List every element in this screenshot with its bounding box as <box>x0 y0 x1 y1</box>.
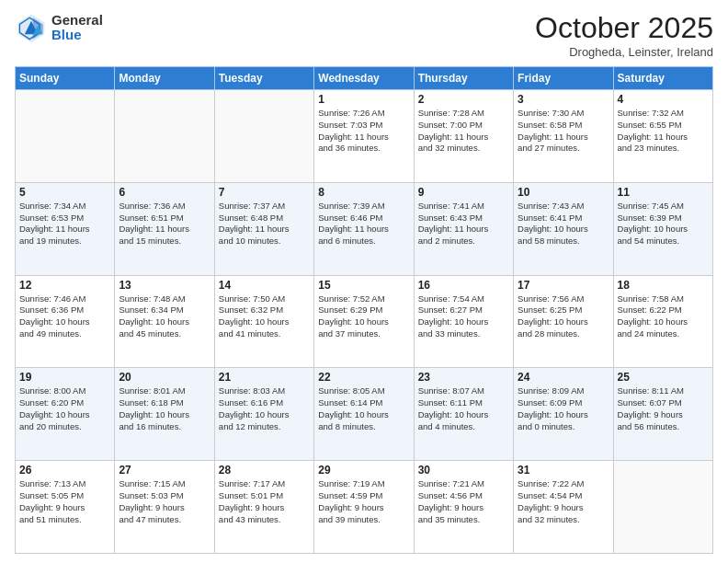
day-number: 8 <box>318 186 409 199</box>
table-row: 23Sunrise: 8:07 AM Sunset: 6:11 PM Dayli… <box>414 368 513 461</box>
table-row: 8Sunrise: 7:39 AM Sunset: 6:46 PM Daylig… <box>314 182 414 275</box>
day-detail: Sunrise: 7:52 AM Sunset: 6:29 PM Dayligh… <box>318 293 409 340</box>
col-monday: Monday <box>115 67 214 90</box>
day-detail: Sunrise: 7:26 AM Sunset: 7:03 PM Dayligh… <box>318 108 409 155</box>
day-detail: Sunrise: 8:11 AM Sunset: 6:07 PM Dayligh… <box>618 385 709 432</box>
day-detail: Sunrise: 7:46 AM Sunset: 6:36 PM Dayligh… <box>19 293 110 340</box>
day-detail: Sunrise: 7:43 AM Sunset: 6:41 PM Dayligh… <box>518 201 609 247</box>
table-row: 7Sunrise: 7:37 AM Sunset: 6:48 PM Daylig… <box>214 182 313 275</box>
table-row: 25Sunrise: 8:11 AM Sunset: 6:07 PM Dayli… <box>613 368 712 461</box>
table-row: 21Sunrise: 8:03 AM Sunset: 6:16 PM Dayli… <box>214 368 313 461</box>
location-subtitle: Drogheda, Leinster, Ireland <box>535 45 713 59</box>
table-row: 29Sunrise: 7:19 AM Sunset: 4:59 PM Dayli… <box>314 461 414 554</box>
table-row: 15Sunrise: 7:52 AM Sunset: 6:29 PM Dayli… <box>314 275 414 368</box>
day-number: 6 <box>119 186 210 199</box>
day-number: 21 <box>219 371 310 384</box>
page: General Blue October 2025 Drogheda, Lein… <box>0 0 728 563</box>
day-detail: Sunrise: 7:22 AM Sunset: 4:54 PM Dayligh… <box>518 478 609 525</box>
table-row: 16Sunrise: 7:54 AM Sunset: 6:27 PM Dayli… <box>414 275 513 368</box>
day-number: 3 <box>518 93 609 106</box>
logo-text: General Blue <box>51 13 103 43</box>
day-number: 10 <box>518 186 609 199</box>
day-detail: Sunrise: 8:01 AM Sunset: 6:18 PM Dayligh… <box>119 385 210 432</box>
table-row: 13Sunrise: 7:48 AM Sunset: 6:34 PM Dayli… <box>115 275 214 368</box>
day-number: 15 <box>318 279 409 292</box>
day-detail: Sunrise: 7:48 AM Sunset: 6:34 PM Dayligh… <box>119 293 210 340</box>
day-number: 23 <box>418 371 509 384</box>
day-detail: Sunrise: 7:30 AM Sunset: 6:58 PM Dayligh… <box>518 108 609 155</box>
day-detail: Sunrise: 8:09 AM Sunset: 6:09 PM Dayligh… <box>518 385 609 432</box>
table-row: 30Sunrise: 7:21 AM Sunset: 4:56 PM Dayli… <box>414 461 513 554</box>
day-number: 11 <box>618 186 709 199</box>
day-number: 28 <box>219 464 310 477</box>
table-row: 1Sunrise: 7:26 AM Sunset: 7:03 PM Daylig… <box>314 90 414 183</box>
day-detail: Sunrise: 7:54 AM Sunset: 6:27 PM Dayligh… <box>418 293 509 340</box>
day-detail: Sunrise: 7:41 AM Sunset: 6:43 PM Dayligh… <box>418 201 509 247</box>
day-number: 14 <box>219 279 310 292</box>
col-tuesday: Tuesday <box>214 67 313 90</box>
table-row: 14Sunrise: 7:50 AM Sunset: 6:32 PM Dayli… <box>214 275 313 368</box>
table-row: 28Sunrise: 7:17 AM Sunset: 5:01 PM Dayli… <box>214 461 313 554</box>
table-row: 6Sunrise: 7:36 AM Sunset: 6:51 PM Daylig… <box>115 182 214 275</box>
day-detail: Sunrise: 7:28 AM Sunset: 7:00 PM Dayligh… <box>418 108 509 155</box>
table-row: 18Sunrise: 7:58 AM Sunset: 6:22 PM Dayli… <box>613 275 712 368</box>
day-number: 4 <box>618 93 709 106</box>
col-friday: Friday <box>514 67 613 90</box>
logo: General Blue <box>15 11 103 44</box>
day-number: 22 <box>318 371 409 384</box>
calendar-header-row: Sunday Monday Tuesday Wednesday Thursday… <box>16 67 713 90</box>
col-saturday: Saturday <box>613 67 712 90</box>
table-row: 3Sunrise: 7:30 AM Sunset: 6:58 PM Daylig… <box>514 90 613 183</box>
col-wednesday: Wednesday <box>314 67 414 90</box>
day-detail: Sunrise: 7:36 AM Sunset: 6:51 PM Dayligh… <box>119 201 210 247</box>
table-row: 22Sunrise: 8:05 AM Sunset: 6:14 PM Dayli… <box>314 368 414 461</box>
day-detail: Sunrise: 7:56 AM Sunset: 6:25 PM Dayligh… <box>518 293 609 340</box>
calendar-week-row: 1Sunrise: 7:26 AM Sunset: 7:03 PM Daylig… <box>16 90 713 183</box>
calendar-week-row: 26Sunrise: 7:13 AM Sunset: 5:05 PM Dayli… <box>16 461 713 554</box>
table-row: 11Sunrise: 7:45 AM Sunset: 6:39 PM Dayli… <box>613 182 712 275</box>
table-row: 12Sunrise: 7:46 AM Sunset: 6:36 PM Dayli… <box>16 275 115 368</box>
day-detail: Sunrise: 8:03 AM Sunset: 6:16 PM Dayligh… <box>219 385 310 432</box>
day-number: 26 <box>19 464 110 477</box>
table-row: 26Sunrise: 7:13 AM Sunset: 5:05 PM Dayli… <box>16 461 115 554</box>
table-row: 2Sunrise: 7:28 AM Sunset: 7:00 PM Daylig… <box>414 90 513 183</box>
day-number: 24 <box>518 371 609 384</box>
day-detail: Sunrise: 7:34 AM Sunset: 6:53 PM Dayligh… <box>19 201 110 247</box>
calendar-week-row: 12Sunrise: 7:46 AM Sunset: 6:36 PM Dayli… <box>16 275 713 368</box>
day-detail: Sunrise: 7:45 AM Sunset: 6:39 PM Dayligh… <box>618 201 709 247</box>
day-number: 2 <box>418 93 509 106</box>
calendar-week-row: 5Sunrise: 7:34 AM Sunset: 6:53 PM Daylig… <box>16 182 713 275</box>
day-detail: Sunrise: 8:00 AM Sunset: 6:20 PM Dayligh… <box>19 385 110 432</box>
day-number: 25 <box>618 371 709 384</box>
day-number: 31 <box>518 464 609 477</box>
day-number: 19 <box>19 371 110 384</box>
logo-blue: Blue <box>51 28 103 43</box>
table-row <box>214 90 313 183</box>
col-sunday: Sunday <box>16 67 115 90</box>
table-row: 10Sunrise: 7:43 AM Sunset: 6:41 PM Dayli… <box>514 182 613 275</box>
table-row <box>16 90 115 183</box>
logo-general: General <box>51 13 103 29</box>
calendar-week-row: 19Sunrise: 8:00 AM Sunset: 6:20 PM Dayli… <box>16 368 713 461</box>
day-detail: Sunrise: 7:21 AM Sunset: 4:56 PM Dayligh… <box>418 478 509 525</box>
day-detail: Sunrise: 8:07 AM Sunset: 6:11 PM Dayligh… <box>418 385 509 432</box>
day-detail: Sunrise: 7:13 AM Sunset: 5:05 PM Dayligh… <box>19 478 110 525</box>
day-number: 20 <box>119 371 210 384</box>
day-detail: Sunrise: 7:58 AM Sunset: 6:22 PM Dayligh… <box>618 293 709 340</box>
day-detail: Sunrise: 7:50 AM Sunset: 6:32 PM Dayligh… <box>219 293 310 340</box>
day-number: 18 <box>618 279 709 292</box>
table-row: 31Sunrise: 7:22 AM Sunset: 4:54 PM Dayli… <box>514 461 613 554</box>
day-number: 17 <box>518 279 609 292</box>
table-row: 19Sunrise: 8:00 AM Sunset: 6:20 PM Dayli… <box>16 368 115 461</box>
day-detail: Sunrise: 8:05 AM Sunset: 6:14 PM Dayligh… <box>318 385 409 432</box>
day-number: 27 <box>119 464 210 477</box>
table-row: 27Sunrise: 7:15 AM Sunset: 5:03 PM Dayli… <box>115 461 214 554</box>
table-row: 4Sunrise: 7:32 AM Sunset: 6:55 PM Daylig… <box>613 90 712 183</box>
month-title: October 2025 <box>535 11 713 45</box>
title-block: October 2025 Drogheda, Leinster, Ireland <box>535 11 713 59</box>
day-number: 5 <box>19 186 110 199</box>
col-thursday: Thursday <box>414 67 513 90</box>
day-number: 12 <box>19 279 110 292</box>
day-number: 13 <box>119 279 210 292</box>
day-detail: Sunrise: 7:37 AM Sunset: 6:48 PM Dayligh… <box>219 201 310 247</box>
